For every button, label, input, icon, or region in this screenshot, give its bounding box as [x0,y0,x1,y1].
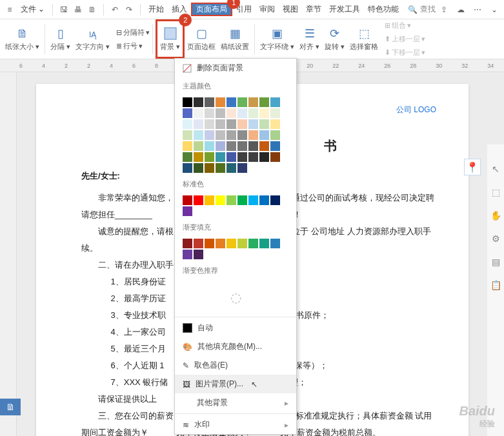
tab-start[interactable]: 开始 [145,4,168,15]
color-swatch[interactable] [270,130,280,140]
color-swatch[interactable] [248,195,258,205]
color-swatch[interactable] [183,250,192,259]
tab-view[interactable]: 视图 [279,4,302,15]
color-swatch[interactable] [194,195,203,205]
color-swatch[interactable] [216,119,225,129]
color-swatch[interactable] [227,97,236,107]
save-icon[interactable]: 🖫 [57,3,71,17]
chevron-icon[interactable]: ⌄ [487,3,501,17]
color-swatch[interactable] [237,152,247,162]
color-swatch[interactable] [237,130,247,140]
color-swatch[interactable] [194,239,203,248]
color-swatch[interactable] [183,119,192,129]
color-swatch[interactable] [216,141,225,151]
doc-side-tab[interactable]: 🗎 [0,399,21,415]
other-background-item[interactable]: 其他背景 ▸ [175,393,296,412]
manuscript-button[interactable]: ▦ 稿纸设置 [218,19,252,59]
location-pin-icon[interactable]: 📍 [464,159,481,175]
clipboard-icon[interactable]: 📋 [490,280,501,290]
color-swatch[interactable] [248,108,258,118]
preview-icon[interactable]: 🗎 [85,3,99,17]
page-border-button[interactable]: ▢ 页面边框 [185,19,218,59]
selection-pane-button[interactable]: ⬚ 选择窗格 [347,19,381,59]
color-swatch[interactable] [259,108,269,118]
separator-button[interactable]: ⊟ 分隔符 ▾ [116,28,150,37]
margins-button[interactable]: ▯ 分隔 ▾ [48,19,73,59]
color-swatch[interactable] [216,195,225,205]
color-swatch[interactable] [259,119,269,129]
color-swatch[interactable] [270,108,280,118]
color-swatch[interactable] [270,239,280,248]
color-swatch[interactable] [248,97,258,107]
background-button[interactable]: 背景 ▾ 2 [156,19,185,59]
color-swatch[interactable] [270,119,280,129]
color-swatch[interactable] [183,163,192,173]
settings-icon[interactable]: ⚙ [492,233,500,244]
hand-icon[interactable]: ✋ [490,210,501,221]
color-swatch[interactable] [183,206,192,216]
color-swatch[interactable] [216,163,225,173]
tab-section[interactable]: 章节 [302,4,325,15]
color-swatch[interactable] [205,152,214,162]
tab-special[interactable]: 特色功能 [364,4,403,15]
redo-icon[interactable]: ↷ [122,3,136,17]
share-icon[interactable]: ⇪ [437,3,451,17]
layers-icon[interactable]: ▤ [492,257,500,267]
rotate-button[interactable]: ⟳ 旋转 ▾ [322,19,347,59]
color-swatch[interactable] [248,119,258,129]
tab-page-layout[interactable]: 页面布局 1 [191,3,232,16]
color-swatch[interactable] [205,195,214,205]
align-button[interactable]: ☰ 对齐 ▾ [297,19,322,59]
color-swatch[interactable] [183,239,192,248]
color-swatch[interactable] [227,119,236,129]
color-swatch[interactable] [216,108,225,118]
color-swatch[interactable] [194,250,203,259]
color-swatch[interactable] [270,195,280,205]
color-swatch[interactable] [237,119,247,129]
color-swatch[interactable] [205,239,214,248]
color-swatch[interactable] [259,141,269,151]
color-swatch[interactable] [183,195,192,205]
line-number-button[interactable]: ≣ 行号 ▾ [116,41,150,51]
color-swatch[interactable] [270,141,280,151]
remove-background-item[interactable]: 删除页面背景 [175,59,296,77]
color-swatch[interactable] [216,130,225,140]
color-swatch[interactable] [259,239,269,248]
more-icon[interactable]: ⋯ [470,3,485,17]
watermark-item[interactable]: ≋ 水印 ▸ [175,415,296,434]
color-swatch[interactable] [205,163,214,173]
menu-file[interactable]: 文件 ⌄ [17,4,48,15]
color-swatch[interactable] [227,195,236,205]
color-swatch[interactable] [227,152,236,162]
color-swatch[interactable] [205,108,214,118]
color-swatch[interactable] [216,97,225,107]
color-swatch[interactable] [259,130,269,140]
color-swatch[interactable] [194,97,203,107]
color-swatch[interactable] [270,152,280,162]
color-swatch[interactable] [248,141,258,151]
color-swatch[interactable] [205,119,214,129]
color-swatch[interactable] [216,152,225,162]
select-icon[interactable]: ⬚ [492,187,500,197]
color-swatch[interactable] [183,97,192,107]
color-swatch[interactable] [194,141,203,151]
color-swatch[interactable] [270,97,280,107]
color-swatch[interactable] [237,239,247,248]
color-swatch[interactable] [248,152,258,162]
color-swatch[interactable] [259,195,269,205]
auto-color-item[interactable]: 自动 [175,319,296,337]
cloud-icon[interactable]: ☁ [454,3,468,17]
color-swatch[interactable] [194,119,203,129]
more-fill-colors-item[interactable]: 🎨 其他填充颜色(M)... [175,337,296,356]
color-swatch[interactable] [194,152,203,162]
color-swatch[interactable] [227,163,236,173]
color-swatch[interactable] [205,97,214,107]
tab-dev[interactable]: 开发工具 [325,4,364,15]
color-swatch[interactable] [227,239,236,248]
color-swatch[interactable] [194,108,203,118]
color-swatch[interactable] [237,108,247,118]
color-swatch[interactable] [194,130,203,140]
eyedropper-item[interactable]: ✎ 取色器(E) [175,356,296,375]
text-direction-button[interactable]: IĄ 文字方向 ▾ [73,19,112,59]
cursor-icon[interactable]: ↖ [492,164,499,174]
